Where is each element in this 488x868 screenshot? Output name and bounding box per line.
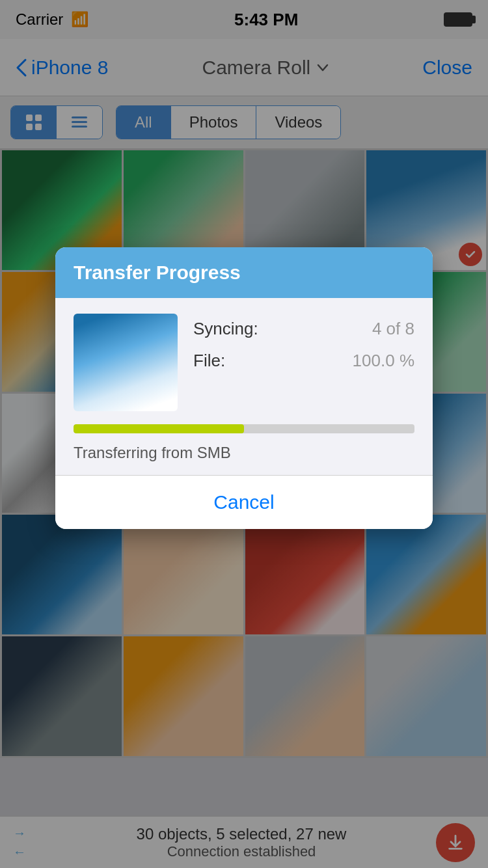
- progress-bar: [74, 424, 244, 433]
- progress-bar-container: [74, 424, 414, 433]
- dialog-content-row: Syncing: 4 of 8 File: 100.0 %: [74, 314, 414, 411]
- dialog-cancel-row: Cancel: [55, 476, 433, 529]
- dialog-title: Transfer Progress: [74, 262, 414, 284]
- thumbnail-image: [74, 314, 178, 411]
- file-value: 100.0 %: [353, 351, 414, 371]
- dialog-thumbnail: [74, 314, 178, 411]
- syncing-label: Syncing:: [193, 319, 258, 339]
- dialog-overlay: Transfer Progress Syncing: 4 of 8 File: …: [0, 0, 488, 868]
- cancel-button[interactable]: Cancel: [213, 491, 274, 513]
- transfer-status: Transferring from SMB: [74, 444, 414, 475]
- file-label: File:: [193, 351, 225, 371]
- syncing-value: 4 of 8: [372, 319, 414, 339]
- dialog-header: Transfer Progress: [55, 247, 433, 298]
- transfer-progress-dialog: Transfer Progress Syncing: 4 of 8 File: …: [55, 247, 433, 529]
- dialog-body: Syncing: 4 of 8 File: 100.0 % Transferri…: [55, 298, 433, 476]
- file-row: File: 100.0 %: [193, 351, 414, 371]
- dialog-info: Syncing: 4 of 8 File: 100.0 %: [193, 314, 414, 383]
- syncing-row: Syncing: 4 of 8: [193, 319, 414, 339]
